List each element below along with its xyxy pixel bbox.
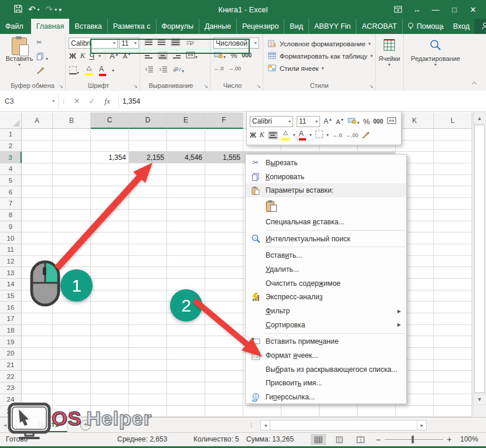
- column-header-L[interactable]: L: [434, 112, 472, 129]
- increase-indent-icon[interactable]: [159, 66, 168, 74]
- cell-A13[interactable]: [22, 267, 53, 279]
- menu-item-сортировка[interactable]: Сортировка▶: [246, 318, 406, 332]
- restore-width-icon[interactable]: ↔: [409, 2, 425, 16]
- cell-F20[interactable]: [205, 348, 243, 360]
- cell-E20[interactable]: [167, 348, 205, 360]
- row-header-12[interactable]: 12: [0, 256, 22, 268]
- mini-merge-button[interactable]: [387, 117, 396, 126]
- cell-A21[interactable]: [22, 360, 53, 371]
- row-header-3[interactable]: 3: [0, 152, 22, 163]
- name-box[interactable]: C3 ▾: [0, 94, 59, 109]
- cell-B23[interactable]: [53, 382, 91, 394]
- cell-D21[interactable]: [129, 360, 167, 371]
- align-left-icon[interactable]: [145, 53, 152, 59]
- formula-bar-splitter[interactable]: ⁞: [59, 98, 69, 105]
- cell-D13[interactable]: [129, 267, 167, 279]
- zoom-level[interactable]: 100%: [460, 435, 478, 443]
- mini-format-painter-icon[interactable]: [362, 130, 370, 140]
- scroll-right-icon[interactable]: ▸: [417, 420, 427, 430]
- cell-A17[interactable]: [22, 313, 53, 325]
- cell-A2[interactable]: [22, 141, 53, 152]
- zoom-in-icon[interactable]: +: [447, 434, 452, 444]
- cell-F11[interactable]: [205, 244, 243, 256]
- cell-F6[interactable]: [205, 186, 243, 198]
- mini-decrease-font-button[interactable]: A▼: [336, 118, 344, 125]
- tab-home[interactable]: Главная: [31, 19, 70, 34]
- row-header-19[interactable]: 19: [0, 336, 22, 348]
- cell-K25[interactable]: [396, 406, 434, 418]
- align-middle-icon[interactable]: [158, 39, 165, 45]
- menu-item-вырезать[interactable]: ✂Вырезать: [246, 156, 406, 170]
- cell-A19[interactable]: [22, 336, 53, 348]
- cell-B12[interactable]: [53, 256, 91, 268]
- mini-font-color-button[interactable]: А: [299, 129, 306, 141]
- cell-J25[interactable]: [358, 406, 396, 418]
- bold-button[interactable]: Ж: [69, 52, 76, 60]
- cell-A9[interactable]: [22, 221, 53, 233]
- cell-C8[interactable]: [91, 210, 129, 221]
- cell-A16[interactable]: [22, 302, 53, 313]
- cell-E8[interactable]: [167, 210, 205, 221]
- fill-color-button[interactable]: [85, 66, 93, 76]
- cell-F16[interactable]: [205, 302, 243, 313]
- cell-E23[interactable]: [167, 382, 205, 394]
- maximize-button[interactable]: □: [446, 2, 463, 16]
- cell-E2[interactable]: [167, 141, 205, 152]
- cancel-entry-icon[interactable]: ✕: [69, 97, 84, 105]
- cell-L9[interactable]: [434, 221, 472, 233]
- column-header-B[interactable]: B: [53, 112, 91, 129]
- cell-E12[interactable]: [167, 256, 205, 268]
- row-header-21[interactable]: 21: [0, 360, 22, 371]
- paste-values-icon[interactable]: [266, 199, 277, 213]
- tab-scroll-splitter[interactable]: ⁞: [250, 422, 252, 429]
- cell-D9[interactable]: [129, 221, 167, 233]
- cell-A7[interactable]: [22, 198, 53, 210]
- cell-D12[interactable]: [129, 256, 167, 268]
- cell-A1[interactable]: [22, 129, 53, 141]
- cell-B20[interactable]: [53, 348, 91, 360]
- row-header-6[interactable]: 6: [0, 186, 22, 198]
- cell-L6[interactable]: [434, 186, 472, 198]
- cell-L14[interactable]: [434, 279, 472, 290]
- cell-G25[interactable]: [243, 406, 281, 418]
- tab-acrobat[interactable]: ACROBAT: [356, 19, 403, 34]
- cell-B6[interactable]: [53, 186, 91, 198]
- cell-D3[interactable]: 2,155: [129, 152, 167, 163]
- menu-item-формат-ячеек-[interactable]: Формат ячеек...: [246, 348, 406, 362]
- cell-A8[interactable]: [22, 210, 53, 221]
- cell-A5[interactable]: [22, 175, 53, 187]
- cell-A3[interactable]: [22, 152, 53, 163]
- cell-F24[interactable]: [205, 394, 243, 406]
- tab-insert[interactable]: Вставка: [69, 19, 107, 34]
- cell-C11[interactable]: [91, 244, 129, 256]
- cell-L7[interactable]: [434, 198, 472, 210]
- menu-item-гиперссылка-[interactable]: Гиперссылка...: [246, 390, 406, 404]
- cell-D18[interactable]: [129, 325, 167, 337]
- cell-C16[interactable]: [91, 302, 129, 313]
- cell-L15[interactable]: [434, 290, 472, 302]
- cell-L18[interactable]: [434, 325, 472, 337]
- mini-comma-button[interactable]: 000: [373, 118, 383, 125]
- cell-L21[interactable]: [434, 360, 472, 371]
- cell-F15[interactable]: [205, 290, 243, 302]
- styles-dialog-launcher-icon[interactable]: ↘: [369, 83, 373, 89]
- mini-borders-button[interactable]: [315, 131, 323, 140]
- paste-dropdown-icon[interactable]: ▾: [5, 62, 34, 67]
- menu-item-выбрать-из-раскрывающегося-списка-[interactable]: Выбрать из раскрывающегося списка...: [246, 362, 406, 377]
- cell-B8[interactable]: [53, 210, 91, 221]
- underline-button[interactable]: Ч: [89, 52, 94, 60]
- cell-B19[interactable]: [53, 336, 91, 348]
- cell-E18[interactable]: [167, 325, 205, 337]
- column-header-C[interactable]: C: [91, 112, 129, 129]
- zoom-slider-handle[interactable]: [412, 436, 414, 443]
- cell-B17[interactable]: [53, 313, 91, 325]
- cell-D23[interactable]: [129, 382, 167, 394]
- cell-D14[interactable]: [129, 279, 167, 290]
- font-name-combo[interactable]: Calibri▾: [69, 37, 118, 49]
- cell-B18[interactable]: [53, 325, 91, 337]
- cell-F7[interactable]: [205, 198, 243, 210]
- tab-help[interactable]: Помощь: [403, 22, 448, 30]
- menu-item-экспресс-анализ[interactable]: Экспресс-анализ: [246, 290, 406, 305]
- next-sheet-icon[interactable]: ▸: [15, 422, 18, 428]
- cell-L10[interactable]: [434, 232, 472, 244]
